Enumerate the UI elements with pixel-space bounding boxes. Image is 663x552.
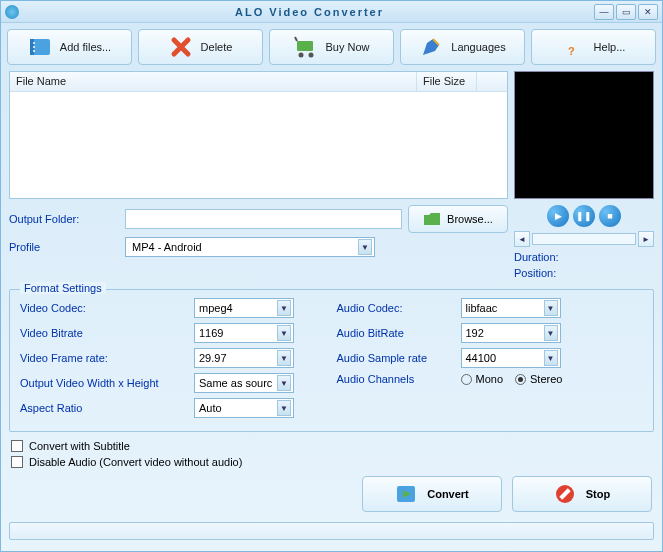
disable-audio-label: Disable Audio (Convert video without aud… (29, 456, 242, 468)
stop-label: Stop (586, 488, 610, 500)
video-codec-select[interactable]: mpeg4▼ (194, 298, 294, 318)
audio-bitrate-select[interactable]: 192▼ (461, 323, 561, 343)
delete-icon (169, 35, 193, 59)
languages-button[interactable]: Languages (400, 29, 525, 65)
disable-audio-checkbox[interactable] (11, 456, 23, 468)
stereo-radio[interactable]: Stereo (515, 373, 562, 385)
cart-icon (293, 35, 317, 59)
pen-icon (419, 35, 443, 59)
status-bar (9, 522, 654, 540)
radio-icon (515, 374, 526, 385)
table-header: File Name File Size (10, 72, 507, 92)
format-settings-group: Format Settings Video Codec: mpeg4▼ Vide… (9, 289, 654, 432)
video-codec-label: Video Codec: (20, 302, 190, 314)
stop-icon (554, 483, 576, 505)
chevron-down-icon: ▼ (358, 239, 372, 255)
play-button[interactable]: ▶ (547, 205, 569, 227)
chevron-down-icon: ▼ (277, 300, 291, 316)
chevron-down-icon: ▼ (277, 350, 291, 366)
maximize-button[interactable]: ▭ (616, 4, 636, 20)
mono-radio[interactable]: Mono (461, 373, 504, 385)
delete-button[interactable]: Delete (138, 29, 263, 65)
duration-label: Duration: (514, 251, 654, 263)
svg-text:?: ? (568, 45, 575, 57)
output-folder-input[interactable] (125, 209, 402, 229)
audio-sample-select[interactable]: 44100▼ (461, 348, 561, 368)
buy-now-button[interactable]: Buy Now (269, 29, 394, 65)
main-row: File Name File Size (1, 71, 662, 199)
video-bitrate-select[interactable]: 1169▼ (194, 323, 294, 343)
audio-bitrate-label: Audio BitRate (337, 327, 457, 339)
stop-playback-button[interactable]: ■ (599, 205, 621, 227)
chevron-down-icon: ▼ (277, 375, 291, 391)
aspect-label: Aspect Ratio (20, 402, 190, 414)
audio-settings-col: Audio Codec: libfaac▼ Audio BitRate 192▼… (337, 298, 644, 423)
buy-label: Buy Now (325, 41, 369, 53)
table-body[interactable] (10, 92, 507, 198)
radio-icon (461, 374, 472, 385)
disable-audio-checkbox-row: Disable Audio (Convert video without aud… (1, 454, 662, 470)
svg-rect-5 (297, 41, 313, 51)
close-button[interactable]: ✕ (638, 4, 658, 20)
stop-button[interactable]: Stop (512, 476, 652, 512)
help-button[interactable]: ? Help... (531, 29, 656, 65)
audio-codec-label: Audio Codec: (337, 302, 457, 314)
svg-point-6 (299, 53, 304, 58)
convert-button[interactable]: Convert (362, 476, 502, 512)
chevron-down-icon: ▼ (544, 350, 558, 366)
col-file-size[interactable]: File Size (417, 72, 477, 91)
audio-sample-label: Audio Sample rate (337, 352, 457, 364)
add-files-label: Add files... (60, 41, 111, 53)
help-label: Help... (594, 41, 626, 53)
add-files-button[interactable]: Add files... (7, 29, 132, 65)
audio-channels-label: Audio Channels (337, 373, 457, 385)
video-size-select[interactable]: Same as sourc▼ (194, 373, 294, 393)
film-add-icon (28, 35, 52, 59)
seek-bar: ◄ ► (514, 231, 654, 247)
subtitle-checkbox-row: Convert with Subtitle (1, 438, 662, 454)
window-title: ALO Video Converter (25, 6, 594, 18)
svg-point-4 (33, 50, 35, 52)
help-icon: ? (562, 35, 586, 59)
video-size-label: Output Video Width x Height (20, 377, 190, 389)
output-folder-label: Output Folder: (9, 213, 119, 225)
browse-button[interactable]: Browse... (408, 205, 508, 233)
video-settings-col: Video Codec: mpeg4▼ Video Bitrate 1169▼ … (20, 298, 327, 423)
format-group-title: Format Settings (20, 282, 106, 294)
col-file-name[interactable]: File Name (10, 72, 417, 91)
seek-forward-button[interactable]: ► (638, 231, 654, 247)
profile-label: Profile (9, 241, 119, 253)
player-controls: ▶ ❚❚ ■ ◄ ► Duration: Position: (514, 205, 654, 279)
delete-label: Delete (201, 41, 233, 53)
toolbar: Add files... Delete Buy Now Languages ? … (1, 23, 662, 71)
output-section: Output Folder: Browse... Profile MP4 - A… (9, 205, 508, 261)
app-icon (5, 5, 19, 19)
convert-icon (395, 483, 417, 505)
file-table: File Name File Size (9, 71, 508, 199)
chevron-down-icon: ▼ (544, 300, 558, 316)
minimize-button[interactable]: — (594, 4, 614, 20)
col-spacer (477, 72, 507, 91)
seek-back-button[interactable]: ◄ (514, 231, 530, 247)
action-row: Convert Stop (1, 470, 662, 518)
browse-label: Browse... (447, 213, 493, 225)
video-fps-select[interactable]: 29.97▼ (194, 348, 294, 368)
profile-value: MP4 - Android (132, 241, 202, 253)
pause-button[interactable]: ❚❚ (573, 205, 595, 227)
subtitle-checkbox[interactable] (11, 440, 23, 452)
chevron-down-icon: ▼ (277, 325, 291, 341)
audio-codec-select[interactable]: libfaac▼ (461, 298, 561, 318)
profile-select[interactable]: MP4 - Android ▼ (125, 237, 375, 257)
seek-track[interactable] (532, 233, 636, 245)
chevron-down-icon: ▼ (277, 400, 291, 416)
aspect-select[interactable]: Auto▼ (194, 398, 294, 418)
video-bitrate-label: Video Bitrate (20, 327, 190, 339)
folder-icon (423, 212, 441, 226)
position-label: Position: (514, 267, 654, 279)
titlebar: ALO Video Converter — ▭ ✕ (1, 1, 662, 23)
subtitle-label: Convert with Subtitle (29, 440, 130, 452)
convert-label: Convert (427, 488, 469, 500)
window-controls: — ▭ ✕ (594, 4, 658, 20)
svg-point-2 (33, 42, 35, 44)
video-fps-label: Video Frame rate: (20, 352, 190, 364)
